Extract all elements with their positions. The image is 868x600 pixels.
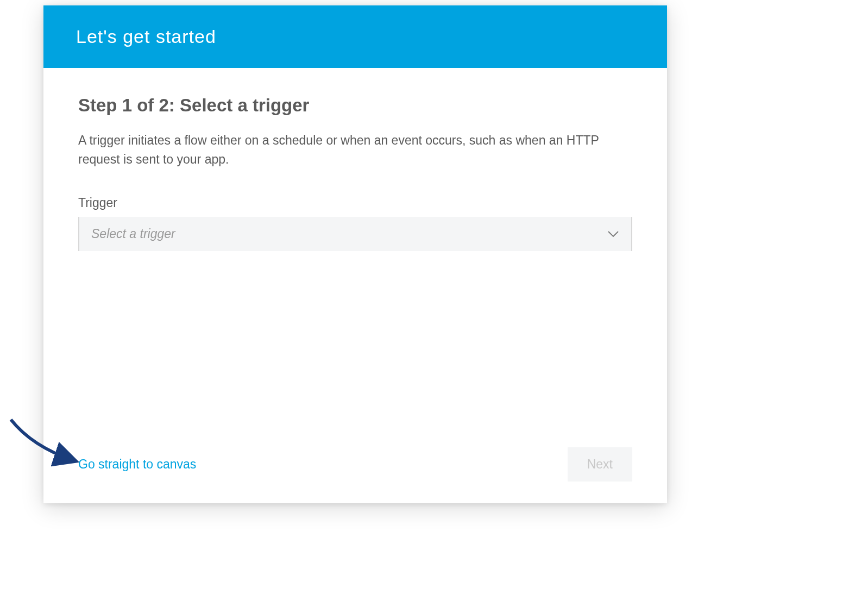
trigger-select[interactable]: Select a trigger — [78, 217, 632, 251]
chevron-down-icon — [607, 227, 619, 241]
step-heading: Step 1 of 2: Select a trigger — [78, 95, 632, 116]
modal-title: Let's get started — [76, 26, 634, 47]
step-description: A trigger initiates a flow either on a s… — [78, 131, 632, 168]
modal-footer: Go straight to canvas Next — [78, 436, 632, 482]
getting-started-modal: Let's get started Step 1 of 2: Select a … — [43, 5, 667, 503]
go-to-canvas-link[interactable]: Go straight to canvas — [78, 457, 196, 472]
trigger-field-label: Trigger — [78, 196, 632, 210]
next-button[interactable]: Next — [568, 447, 632, 482]
modal-header: Let's get started — [43, 5, 667, 68]
trigger-select-placeholder: Select a trigger — [91, 227, 175, 241]
modal-body: Step 1 of 2: Select a trigger A trigger … — [43, 68, 667, 503]
